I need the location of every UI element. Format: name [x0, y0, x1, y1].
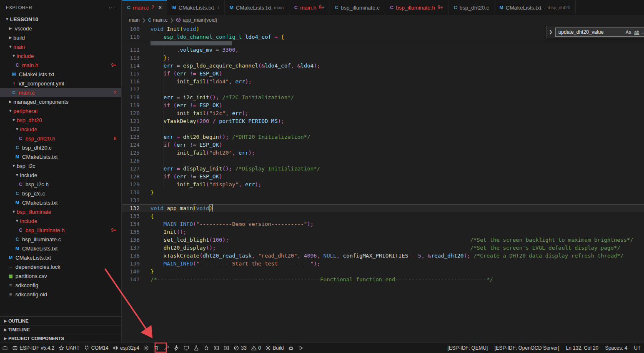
status-box-arrow-icon[interactable] [221, 343, 231, 353]
section-timeline[interactable]: ▶TIMELINE [0, 325, 121, 334]
status-terminal-icon[interactable] [211, 343, 221, 353]
find-expand-icon[interactable]: ❯ [548, 30, 553, 34]
code-editor[interactable]: 100void Init(void)110 esp_ldo_channel_co… [122, 25, 644, 343]
tree-folder-include[interactable]: ▼include [0, 216, 121, 225]
tree-file-bsp-illuminate-h[interactable]: Cbsp_illuminate.h9+ [0, 225, 121, 235]
match-case-icon[interactable]: Aa [626, 30, 631, 35]
tree-file-dependencies-lock[interactable]: ≡dependencies.lock [0, 262, 121, 271]
tree-folder-main[interactable]: ▼main [0, 42, 121, 51]
tree-file-cmakelists-txt[interactable]: MCMakeLists.txt [0, 198, 121, 207]
status--esp-idf-openocd-server-[interactable]: [ESP-IDF: OpenOCD Server] [491, 345, 562, 351]
code-line-118[interactable]: 118 err = i2c_init(); /*I2C Initializati… [122, 93, 644, 101]
tab-cmakelists-txt[interactable]: MCMakeLists.txtmain [225, 0, 289, 15]
status-esp-idf-v5-4-2[interactable]: ESP-IDF v5.4.2 [10, 343, 56, 353]
tree-file-cmakelists-txt[interactable]: MCMakeLists.txt [0, 253, 121, 262]
status-remote-icon[interactable] [0, 343, 10, 353]
code-line-125[interactable]: 125 init_fail("dht20", err); [122, 149, 644, 157]
code-line-128[interactable]: 128 if (err != ESP_OK) [122, 173, 644, 180]
code-line-127[interactable]: 127 err = display_init(); /*Display Init… [122, 165, 644, 173]
tree-file-partitions-csv[interactable]: ▦partitions.csv [0, 271, 121, 280]
tree-folder-include[interactable]: ▼include [0, 170, 121, 180]
code-line-137[interactable]: 137 dht20_display(); /*Set the screen's … [122, 244, 644, 252]
find-query[interactable]: update_dht20_value [558, 29, 623, 35]
code-line-136[interactable]: 136 set_lcd_blight(100); /*Set the scree… [122, 236, 644, 244]
tree-folder-bsp-dht20[interactable]: ▼bsp_dht20 [0, 115, 121, 125]
regex-icon[interactable]: .* [642, 30, 644, 35]
status-trash-icon[interactable] [151, 343, 161, 353]
find-input[interactable]: update_dht20_value Aa ab .* [555, 28, 644, 37]
code-line-135[interactable]: 135 Init(); [122, 228, 644, 236]
code-line-112[interactable]: 112 .voltage_mv = 3300, [122, 46, 644, 54]
tree-folder-peripheral[interactable]: ▼peripheral [0, 106, 121, 115]
status-ln-132-col-20[interactable]: Ln 132, Col 20 [563, 345, 602, 351]
code-line-124[interactable]: 124 if (err != ESP_OK) [122, 141, 644, 149]
code-line-133[interactable]: 133{ [122, 212, 644, 220]
tree-file-sdkconfig[interactable]: ≡sdkconfig [0, 280, 121, 290]
tree-file-bsp-illuminate-c[interactable]: Cbsp_illuminate.c [0, 235, 121, 244]
tree-folder-managed-components[interactable]: ▶managed_components [0, 97, 121, 106]
close-icon[interactable]: × [158, 4, 162, 11]
whole-word-icon[interactable]: ab [634, 30, 639, 35]
code-line-113[interactable]: 113 }; [122, 54, 644, 62]
status-wrench-icon[interactable] [161, 343, 171, 353]
status-flame-icon[interactable] [201, 343, 211, 353]
status-lightning-icon[interactable] [171, 343, 181, 353]
tree-folder--vscode[interactable]: ▶.vscode [0, 24, 121, 33]
section-project-components[interactable]: ▶PROJECT COMPONENTS [0, 334, 121, 343]
code-line-126[interactable]: 126 [122, 157, 644, 165]
code-line-134[interactable]: 134 MAIN_INFO("----------Demo version---… [122, 220, 644, 228]
status-build[interactable]: Build [263, 343, 286, 353]
code-line-123[interactable]: 123 err = dht20_begin(); /*DHT20 Initial… [122, 133, 644, 141]
tree-file-bsp-dht20-c[interactable]: Cbsp_dht20.c [0, 143, 121, 152]
tree-folder-bsp-i2c[interactable]: ▼bsp_i2c [0, 161, 121, 170]
code-line-141[interactable]: 141/*-----------------------------------… [122, 275, 644, 283]
code-line-114[interactable]: 114 err = esp_ldo_acquire_channel(&ldo4_… [122, 62, 644, 70]
tree-folder-include[interactable]: ▼include [0, 125, 121, 134]
tab-bsp-dht20-c[interactable]: Cbsp_dht20.c [449, 0, 494, 15]
tab-cmakelists-txt[interactable]: MCMakeLists.txt.\ [167, 0, 225, 15]
code-line-122[interactable]: 122 [122, 125, 644, 133]
tree-root-lesson10[interactable]: ▼LESSON10 [0, 15, 121, 24]
tree-file-cmakelists-txt[interactable]: MCMakeLists.txt [0, 244, 121, 253]
code-line-117[interactable]: 117 [122, 85, 644, 93]
breadcrumb-folder[interactable]: main [129, 17, 140, 23]
code-line-115[interactable]: 115 if (err != ESP_OK) [122, 70, 644, 78]
tree-file-bsp-i2c-h[interactable]: Cbsp_i2c.h [0, 180, 121, 189]
code-line-116[interactable]: 116 init_fail("ldo4", err); [122, 78, 644, 85]
tree-file-bsp-i2c-c[interactable]: Cbsp_i2c.c [0, 189, 121, 198]
tree-file-bsp-dht20-h[interactable]: Cbsp_dht20.h8 [0, 134, 121, 143]
tree-folder-build[interactable]: ▶build [0, 33, 121, 42]
code-line-131[interactable]: 131 [122, 196, 644, 204]
status--esp-idf-qemu-[interactable]: [ESP-IDF: QEMU] [444, 345, 491, 351]
code-line-119[interactable]: 119 if (err != ESP_OK) [122, 101, 644, 109]
tab-bsp-illuminate-c[interactable]: Cbsp_illuminate.c [330, 0, 385, 15]
status-ut[interactable]: UT [631, 345, 644, 351]
status-spaces-4[interactable]: Spaces: 4 [602, 345, 631, 351]
status-bug-icon[interactable] [286, 343, 296, 353]
code-line-132[interactable]: 132void app_main(void) [122, 204, 644, 212]
code-line-138[interactable]: 138 xTaskCreate(dht20_read_task, "read_d… [122, 252, 644, 260]
status-uart[interactable]: UART [56, 343, 81, 353]
tab-main-c[interactable]: Cmain.c2× [122, 0, 167, 15]
section-outline[interactable]: ▶OUTLINE [0, 316, 121, 325]
more-actions-icon[interactable]: ··· [108, 4, 115, 11]
tree-file-main-h[interactable]: Cmain.h9+ [0, 60, 121, 70]
tree-folder-bsp-illuminate[interactable]: ▼bsp_illuminate [0, 207, 121, 216]
code-line-130[interactable]: 130} [122, 188, 644, 196]
tree-file-idf-component-yml[interactable]: !idf_component.yml [0, 79, 121, 88]
status-esp32p4[interactable]: esp32p4 [110, 343, 141, 353]
code-line-140[interactable]: 140} [122, 268, 644, 275]
tab-main-h[interactable]: Cmain.h9+ [289, 0, 330, 15]
tree-file-sdkconfig-old[interactable]: ≡sdkconfig.old [0, 290, 121, 299]
code-line-129[interactable]: 129 init_fail("display", err); [122, 180, 644, 188]
status-flask-icon[interactable] [191, 343, 201, 353]
breadcrumb-symbol[interactable]: app_main(void) [183, 17, 217, 23]
code-line-120[interactable]: 120 init_fail("i2c", err); [122, 109, 644, 117]
code-line-121[interactable]: 121 vTaskDelay(200 / portTICK_PERIOD_MS)… [122, 117, 644, 125]
tab-bsp-illuminate-h[interactable]: Cbsp_illuminate.h9+ [385, 0, 449, 15]
status-play-icon[interactable] [296, 343, 306, 353]
tree-folder-include[interactable]: ▼include [0, 51, 121, 60]
status-33[interactable]: 33 [231, 343, 248, 353]
tree-file-main-c[interactable]: Cmain.c2 [0, 88, 121, 97]
tree-file-cmakelists-txt[interactable]: MCMakeLists.txt [0, 152, 121, 161]
